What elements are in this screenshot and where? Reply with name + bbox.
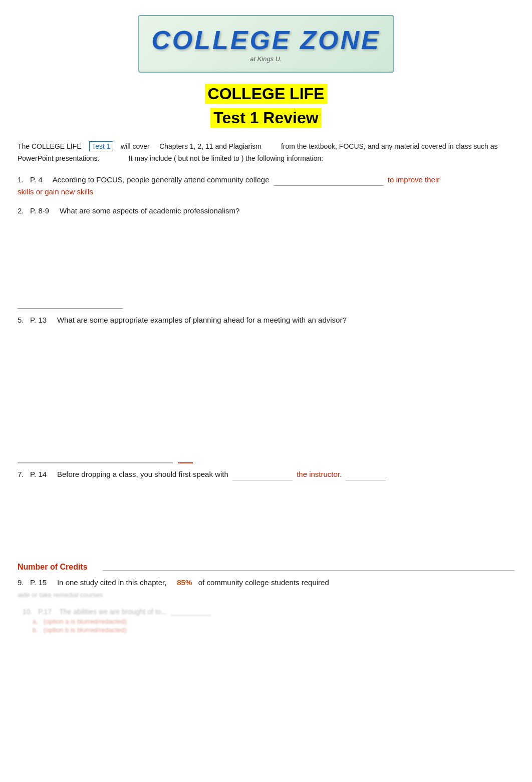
q7-blank2 — [346, 473, 386, 480]
logo-college: COLLEGE — [151, 26, 291, 55]
title-block: COLLEGE LIFE Test 1 Review — [18, 82, 514, 130]
divider-line — [18, 308, 123, 309]
title-line1: COLLEGE LIFE — [18, 82, 514, 106]
question-10: 10. P.17 The abilities we are brought of… — [23, 608, 514, 634]
q7-number: 7. P. 14 — [18, 470, 55, 478]
q1-answer: to improve their — [388, 175, 439, 184]
intro-part4: It may include ( but not be limited to )… — [129, 154, 323, 162]
spacer-q3-q4 — [18, 224, 514, 309]
logo-box: COLLEGE ZONE at Kings U. — [138, 15, 394, 73]
page-container: COLLEGE ZONE at Kings U. COLLEGE LIFE Te… — [0, 0, 532, 782]
spacer-q8 — [18, 487, 514, 548]
logo-tagline: at Kings U. — [151, 55, 381, 63]
page-title-block: COLLEGE LIFE Test 1 Review — [18, 82, 514, 130]
q2-number: 2. P. 8-9 — [18, 206, 58, 215]
test1-label: Test 1 — [89, 141, 113, 151]
q9-rest: of community college students required — [198, 578, 329, 587]
number-credits-blank-line — [103, 564, 514, 571]
q9-number: 9. P. 15 — [18, 578, 55, 587]
q2-text: What are some aspects of academic profes… — [60, 206, 239, 215]
q9-blurred: aide or take remedial courses — [18, 591, 103, 599]
intro-paragraph: The COLLEGE LIFE Test 1 will cover Chapt… — [18, 141, 514, 165]
q1-answer2: skills or gain new skills — [18, 187, 93, 196]
logo-inner: COLLEGE ZONE at Kings U. — [151, 25, 381, 63]
q1-text: According to FOCUS, people generally att… — [53, 175, 270, 184]
header-logo-area: COLLEGE ZONE at Kings U. — [18, 15, 514, 73]
spacer-q6 — [18, 333, 514, 463]
divider-line2 — [18, 462, 173, 463]
q10-blank — [171, 609, 211, 616]
number-credits-header-line: Number of Credits — [18, 563, 514, 572]
logo-zone: ZONE — [300, 26, 380, 55]
q7-text: Before dropping a class, you should firs… — [57, 470, 228, 478]
q10-options: a. (option a is blurred/redacted) b. (op… — [33, 618, 514, 634]
q9-text: In one study cited in this chapter, — [57, 578, 166, 587]
intro-part2: will cover — [121, 142, 150, 150]
number-credits-label: Number of Credits — [18, 563, 88, 572]
q9-percent: 85% — [177, 578, 192, 587]
q5-number: 5. P. 13 — [18, 316, 55, 324]
title-line2: Test 1 Review — [18, 106, 514, 130]
number-credits-section: Number of Credits 9. P. 15 In one study … — [18, 563, 514, 634]
logo-text: COLLEGE ZONE — [151, 25, 381, 55]
q1-number: 1. P. 4 — [18, 175, 51, 184]
q7-answer: the instructor. — [297, 470, 342, 478]
q10-option-b: b. (option b is blurred/redacted) — [33, 626, 514, 634]
question-5: 5. P. 13 What are some appropriate examp… — [18, 314, 514, 326]
question-1: 1. P. 4 According to FOCUS, people gener… — [18, 174, 514, 198]
q10-option-a: a. (option a is blurred/redacted) — [33, 618, 514, 625]
q1-blank1 — [274, 179, 384, 186]
divider-red-short — [178, 462, 193, 463]
q10-text: 10. P.17 The abilities we are brought of… — [23, 608, 514, 616]
q5-text: What are some appropriate examples of pl… — [57, 316, 347, 324]
question-2: 2. P. 8-9 What are some aspects of acade… — [18, 205, 514, 217]
q7-blank — [232, 473, 293, 480]
question-9: 9. P. 15 In one study cited in this chap… — [18, 577, 514, 601]
question-7: 7. P. 14 Before dropping a class, you sh… — [18, 468, 514, 480]
intro-chapters: Chapters 1, 2, 11 and Plagiarism — [159, 142, 261, 150]
intro-part1: The COLLEGE LIFE — [18, 142, 82, 150]
